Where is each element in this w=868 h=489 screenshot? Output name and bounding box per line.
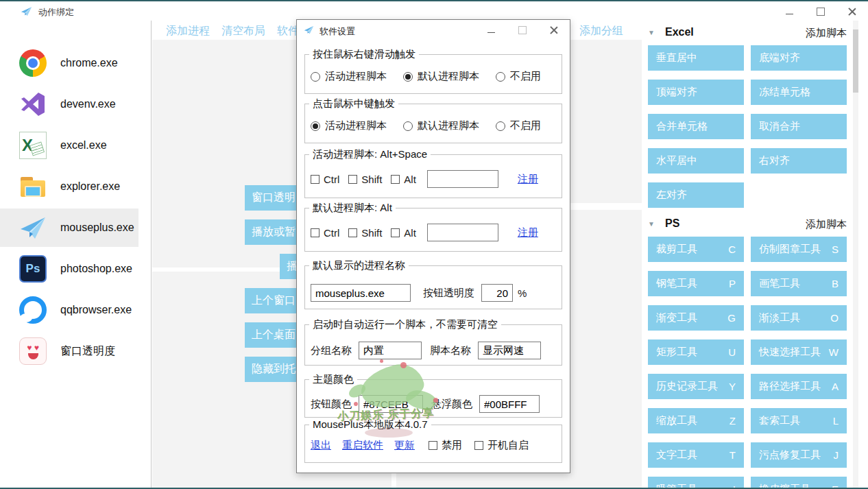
dialog-close-button[interactable] [538,20,570,40]
group-title: 默认显示的进程名称 [309,259,409,272]
process-sidebar: chrome.exe devenv.exe excel.exe explorer… [0,21,152,488]
menu-clear-layout[interactable]: 清空布局 [221,24,265,38]
opacity-input[interactable] [481,284,513,302]
script-key: P [729,278,736,289]
sidebar-item-window-transparency[interactable]: 窗口透明度 [0,332,151,370]
radio-default-process-script[interactable]: 默认进程脚本 [403,119,479,132]
sidebar-item-qqbrowser[interactable]: qqbrowser.exe [0,291,151,329]
ps-script-button[interactable]: 路径选择工具A [751,374,847,399]
update-link[interactable]: 更新 [394,439,415,452]
checkbox-alt[interactable]: Alt [391,227,416,239]
script-name-input[interactable] [478,342,541,359]
sidebar-item-photoshop[interactable]: photoshop.exe [0,250,151,288]
add-script-button[interactable]: 添加脚本 [785,218,847,231]
process-name-input[interactable] [311,284,411,302]
menu-add-process[interactable]: 添加进程 [166,24,210,38]
group-title: 默认进程脚本: Alt [309,202,396,215]
sidebar-item-explorer[interactable]: explorer.exe [0,167,151,206]
ps-script-button[interactable]: 仿制图章工具S [751,237,847,262]
button-color-input[interactable] [359,395,423,413]
ps-script-button[interactable]: 文字工具T [648,442,744,468]
checkbox-alt[interactable]: Alt [391,174,416,185]
excel-script-button[interactable]: 左对齐 [648,182,744,208]
excel-script-button[interactable]: 垂直居中 [648,45,744,71]
checkbox-ctrl[interactable]: Ctrl [311,227,339,239]
hover-color-label: 悬浮颜色 [431,398,472,411]
script-label: 右对齐 [759,154,790,167]
minimize-button[interactable] [773,1,805,22]
scrollbar-thumb[interactable] [853,29,858,93]
active-hotkey-input[interactable] [427,170,498,188]
ps-script-button[interactable]: 渐变工具G [648,305,744,331]
exit-link[interactable]: 退出 [311,439,331,452]
excel-script-button[interactable]: 合并单元格 [648,114,744,139]
radio-active-process-script[interactable]: 活动进程脚本 [311,70,387,83]
group-title: 点击鼠标中键触发 [309,97,398,110]
sidebar-item-label: excel.exe [60,139,107,152]
excel-script-button[interactable]: 水平居中 [648,148,744,174]
excel-script-button[interactable]: 右对齐 [751,148,847,174]
ps-script-button[interactable]: 污点修复工具J [751,442,847,468]
ps-script-button[interactable]: 钢笔工具P [648,271,744,296]
group-default-process-name: 默认显示的进程名称 按钮透明度 % [304,265,562,309]
excel-script-button[interactable]: 底端对齐 [751,45,847,71]
menu-add-group[interactable]: 添加分组 [579,24,623,38]
radio-default-process-script[interactable]: 默认进程脚本 [403,70,479,83]
qq-browser-icon [19,296,47,324]
script-label: 套索工具 [759,414,800,427]
chrome-icon [19,49,47,77]
maximize-button[interactable] [805,1,836,22]
checkbox-autostart[interactable]: 开机自启 [474,439,529,452]
collapse-triangle-icon[interactable]: ▼ [648,220,655,228]
add-script-button[interactable]: 添加脚本 [785,27,847,40]
ps-script-button[interactable]: 矩形工具U [648,339,744,365]
checkbox-ctrl[interactable]: Ctrl [311,174,339,185]
checkbox-disable[interactable]: 禁用 [429,439,462,452]
sidebar-item-chrome[interactable]: chrome.exe [0,44,151,82]
sidebar-item-mouseplus[interactable]: mouseplus.exe [0,208,138,247]
checkbox-label: Ctrl [324,227,339,239]
restart-link[interactable]: 重启软件 [342,439,383,452]
checkbox-icon [348,228,357,237]
script-label: 底端对齐 [759,51,800,64]
scrollbar-track[interactable] [853,21,858,488]
hover-color-input[interactable] [479,395,540,413]
checkbox-label: Alt [404,174,416,185]
group-name-input[interactable] [359,342,422,359]
register-link[interactable]: 注册 [518,226,538,239]
checkbox-shift[interactable]: Shift [348,227,382,239]
script-label: 仿制图章工具 [759,243,821,256]
ps-script-button[interactable]: 历史记录工具Y [648,374,744,399]
dialog-maximize-button[interactable] [507,20,538,40]
radio-icon [311,72,320,82]
close-button[interactable] [836,1,868,22]
dialog-minimize-button[interactable] [475,20,507,40]
group-title: 主题颜色 [309,373,357,386]
default-hotkey-input[interactable] [427,224,498,241]
percent-sign: % [518,287,527,299]
excel-script-button[interactable]: 冻结单元格 [751,80,847,105]
radio-disabled[interactable]: 不启用 [496,119,541,132]
script-label: 快速选择工具 [759,346,821,359]
checkbox-shift[interactable]: Shift [348,174,382,185]
section-title-ps: PS [665,217,679,230]
excel-script-button[interactable]: 顶端对齐 [648,80,744,105]
excel-script-button[interactable]: 取消合并 [751,114,847,139]
ps-script-button[interactable]: 缩放工具Z [648,408,744,433]
ps-script-button[interactable]: 套索工具L [751,408,847,433]
register-link[interactable]: 注册 [518,173,538,186]
ps-script-button[interactable]: 快速选择工具W [751,339,847,365]
script-button-label: 上个桌面 [252,328,296,342]
dialog-title-bar[interactable]: 软件设置 [297,20,570,40]
radio-disabled[interactable]: 不启用 [496,70,541,83]
title-bar[interactable]: 动作绑定 [0,1,868,21]
ps-script-button[interactable]: 渐淡工具O [751,305,847,331]
app-window: 动作绑定 chrome.exe devenv.exe excel.exe exp… [0,0,868,489]
script-key: U [728,346,736,358]
sidebar-item-excel[interactable]: excel.exe [0,126,151,165]
collapse-triangle-icon[interactable]: ▼ [648,29,655,36]
ps-script-button[interactable]: 裁剪工具C [648,237,744,262]
sidebar-item-devenv[interactable]: devenv.exe [0,85,151,123]
ps-script-button[interactable]: 画笔工具B [751,271,847,296]
radio-active-process-script[interactable]: 活动进程脚本 [311,119,387,132]
